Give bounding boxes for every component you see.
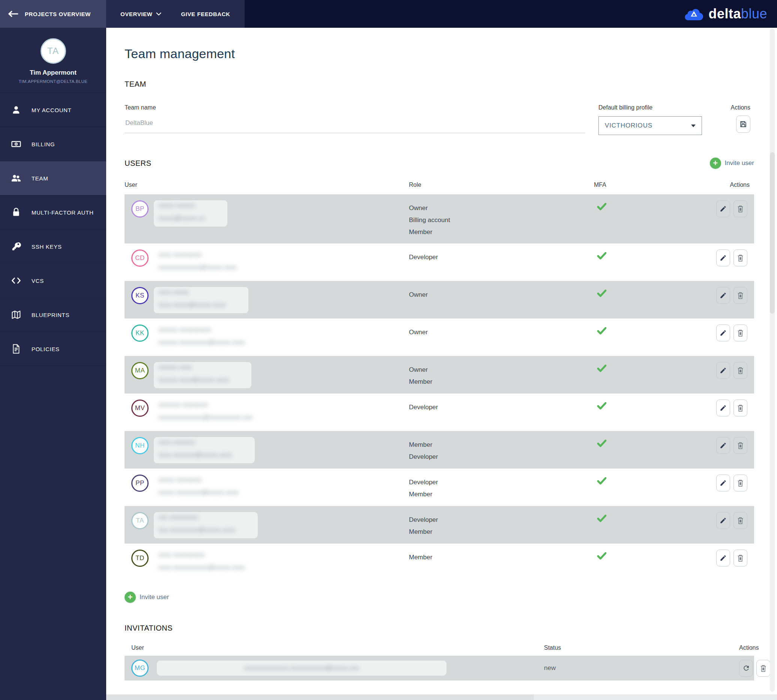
map-icon: [10, 310, 22, 319]
edit-user-button[interactable]: [716, 287, 730, 304]
cloud-logo-icon: [684, 7, 704, 21]
delete-user-button[interactable]: [734, 287, 747, 304]
invitation-status: new: [544, 664, 739, 672]
sidebar-item-team[interactable]: TEAM: [0, 161, 106, 195]
user-roles: Member Developer: [409, 437, 589, 463]
billing-profile-select[interactable]: VICTHORIOUS: [599, 116, 702, 135]
mfa-check-icon: [589, 200, 702, 211]
delete-user-button[interactable]: [734, 362, 747, 379]
user-roles: Developer: [409, 400, 589, 413]
avatar: KK: [131, 325, 148, 342]
invitations-table: MG xxxxxxxxxxxxxx.xxxxxxxxxxx@xxxxx.xxx …: [125, 656, 754, 680]
delete-user-button[interactable]: [734, 325, 747, 342]
table-row: KS xxxx xxxxx xxxx.xxxxx@xxxxx.xxxx Owne…: [125, 281, 754, 318]
user-name: xxx xxxxxxxxx: [158, 513, 235, 522]
logo-wordmark: deltablue: [709, 6, 767, 22]
edit-icon: [720, 367, 727, 374]
col-role: Role: [409, 182, 589, 188]
edit-user-button[interactable]: [716, 200, 730, 217]
tab-overview[interactable]: OVERVIEW: [111, 0, 171, 28]
avatar: MV: [131, 400, 148, 417]
edit-user-button[interactable]: [716, 512, 730, 529]
team-name-input[interactable]: [125, 119, 585, 133]
invitation-row: MG xxxxxxxxxxxxxx.xxxxxxxxxxx@xxxxx.xxx …: [125, 656, 754, 680]
chevron-down-icon: [156, 12, 161, 16]
user-roles: Member: [409, 550, 589, 563]
team-form: Team name Default billing profile VICTHO…: [125, 104, 754, 135]
invitations-table-header: User Status Actions: [125, 645, 754, 651]
sidebar-item-billing[interactable]: BILLING: [0, 127, 106, 161]
table-row: PP xxxxx xxxxxxxx xxxxx.xxxxxxxx@xxxxx.x…: [125, 468, 754, 506]
edit-user-button[interactable]: [716, 475, 730, 492]
resend-invitation-button[interactable]: [739, 660, 753, 677]
delete-user-button[interactable]: [734, 437, 747, 454]
edit-user-button[interactable]: [716, 437, 730, 454]
user-name: xxxx xxxxxxxxx: [158, 250, 237, 259]
user-email: xxxx.xxxxx@xxxxx.xxxx: [158, 300, 226, 310]
delete-user-button[interactable]: [734, 550, 747, 567]
col-user: User: [131, 645, 544, 651]
profile-avatar: TA: [40, 38, 66, 64]
avatar: MA: [131, 362, 148, 379]
edit-icon: [720, 555, 727, 562]
team-actions-label: Actions: [717, 104, 750, 111]
sidebar-item-blueprints[interactable]: BLUEPRINTS: [0, 298, 106, 332]
user-identity: xxxxx xxxxxxxx xxxxx.xxxxxxxx@xxxxx.xxxx: [154, 475, 261, 501]
invitations-section-heading: INVITATIONS: [125, 624, 754, 632]
table-row: KK xxxxxx xxxxxxxxxx xxxxxx.xxxxxxxxx@xx…: [125, 318, 754, 356]
invite-user-button-bottom[interactable]: + Invite user: [125, 592, 754, 603]
edit-user-button[interactable]: [716, 250, 730, 266]
delete-user-button[interactable]: [734, 400, 747, 417]
user-name: xxxxxxx xxxxxxxx: [158, 400, 252, 409]
user-email: xxx.xxxxxxxxx@xxxxx.xxxx: [158, 525, 235, 535]
horizontal-scrollbar-thumb[interactable]: [106, 694, 534, 700]
user-identity: xxxxxx xxxxxxxxxx xxxxxx.xxxxxxxxx@xxxxx…: [154, 325, 267, 351]
sidebar-item-my-account[interactable]: MY ACCOUNT: [0, 93, 106, 127]
vertical-scrollbar[interactable]: [770, 28, 775, 692]
table-row: CD xxxx xxxxxxxxx xxxxxxxxxxxxx@xxxxx.xx…: [125, 243, 754, 281]
user-name: xxxx xxxxxxx: [158, 438, 232, 447]
mfa-check-icon: [589, 250, 702, 260]
plus-icon: +: [710, 158, 721, 169]
invite-user-button-top[interactable]: + Invite user: [710, 158, 754, 169]
sidebar-item-vcs[interactable]: VCS: [0, 264, 106, 298]
trash-icon: [737, 404, 744, 412]
user-roles: Owner: [409, 325, 589, 338]
edit-icon: [720, 442, 727, 449]
delete-user-button[interactable]: [734, 250, 747, 266]
delete-invitation-button[interactable]: [756, 660, 770, 677]
top-tabs: OVERVIEW GIVE FEEDBACK: [106, 0, 245, 28]
deltablue-logo: deltablue: [684, 0, 777, 28]
billing-profile-label: Default billing profile: [599, 104, 717, 111]
save-icon: [739, 120, 747, 128]
horizontal-scrollbar[interactable]: [106, 694, 777, 700]
avatar: PP: [131, 475, 148, 492]
trash-icon: [737, 205, 744, 213]
tab-give-feedback[interactable]: GIVE FEEDBACK: [171, 0, 240, 28]
sidebar-item-policies[interactable]: POLICIES: [0, 332, 106, 366]
projects-overview-button[interactable]: PROJECTS OVERVIEW: [0, 0, 106, 28]
table-row: BP xxxxx xxxxxx xxxxx@xxxxx.xx Owner Bil…: [125, 194, 754, 243]
col-actions: Actions: [730, 182, 754, 188]
delete-user-button[interactable]: [734, 475, 747, 492]
edit-user-button[interactable]: [716, 325, 730, 342]
sidebar-item-multi-factor-auth[interactable]: MULTI-FACTOR AUTH: [0, 195, 106, 230]
edit-user-button[interactable]: [716, 550, 730, 567]
user-name: xxxxx xxxxxxxx: [158, 475, 238, 484]
sidebar-item-ssh-keys[interactable]: SSH KEYS: [0, 230, 106, 264]
trash-icon: [737, 292, 744, 299]
user-identity: xxx xxxxxxxxx xxx.xxxxxxxxx@xxxxx.xxxx: [154, 512, 258, 538]
trash-icon: [737, 254, 744, 262]
edit-user-button[interactable]: [716, 362, 730, 379]
user-roles: Owner Billing account Member: [409, 200, 589, 238]
mfa-check-icon: [589, 512, 702, 523]
avatar: TD: [131, 550, 148, 567]
edit-user-button[interactable]: [716, 400, 730, 417]
user-identity: xxxxx xxxxxx xxxxx@xxxxx.xx: [154, 200, 227, 227]
save-team-button[interactable]: [736, 115, 750, 133]
delete-user-button[interactable]: [734, 200, 747, 217]
team-name-label: Team name: [125, 104, 590, 111]
delete-user-button[interactable]: [734, 512, 747, 529]
vertical-scrollbar-thumb[interactable]: [770, 152, 775, 313]
key-icon: [10, 242, 22, 251]
